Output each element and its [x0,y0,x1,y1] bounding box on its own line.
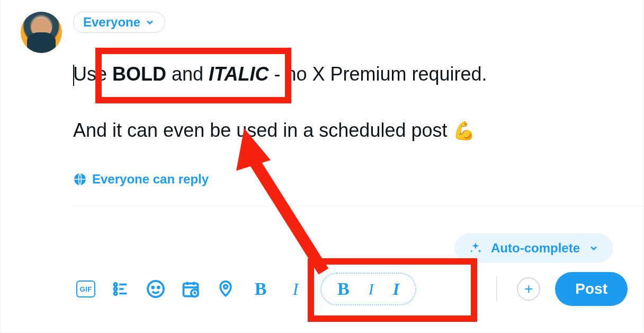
svg-point-9 [158,287,159,288]
divider [73,206,643,206]
text-segment: Use [73,63,112,85]
location-icon [217,280,235,298]
svg-line-16 [247,150,324,271]
globe-icon [73,172,87,186]
compose-line-2: And it can even be used in a scheduled p… [73,117,628,144]
autocomplete-label: Auto-complete [491,241,580,256]
chevron-down-icon [588,243,599,253]
compose-line-1: Use BOLD and ITALIC - no X Premium requi… [73,61,628,87]
svg-point-15 [223,285,227,288]
autocomplete-button[interactable]: Auto-complete [455,233,613,263]
svg-point-5 [114,292,117,295]
text-segment: - no X Premium required. [269,63,487,85]
audience-label: Everyone [83,15,140,30]
annotation-arrow [218,128,334,277]
popup-bold-button[interactable]: B [337,279,350,299]
emoji-icon [146,279,165,299]
schedule-button[interactable] [181,279,201,299]
bold-text: BOLD [112,63,166,85]
user-avatar[interactable] [21,12,62,53]
italic-button[interactable]: I [285,279,306,299]
gif-button[interactable]: GIF [76,279,96,299]
sparkle-icon [469,241,482,255]
bold-button[interactable]: B [251,279,271,299]
vertical-divider [496,277,497,301]
emoji-button[interactable] [146,279,166,299]
svg-point-3 [114,287,117,291]
poll-button[interactable] [111,279,131,299]
location-button[interactable] [216,279,236,299]
italic-icon: I [293,279,299,299]
svg-point-7 [148,281,164,297]
format-popup: B I I [320,273,416,305]
popup-italic-button[interactable]: I [369,280,374,298]
svg-point-1 [114,283,117,286]
compose-textarea[interactable]: Use BOLD and ITALIC - no X Premium requi… [73,61,628,144]
reply-settings-label: Everyone can reply [92,172,209,187]
reply-settings-button[interactable]: Everyone can reply [73,172,209,187]
popup-bold-italic-button[interactable]: I [393,279,399,299]
plus-icon: + [524,281,533,297]
audience-selector[interactable]: Everyone [73,12,165,33]
muscle-emoji: 💪 [453,120,475,141]
svg-point-8 [152,287,154,288]
bold-icon: B [255,279,267,299]
chevron-down-icon [145,17,155,28]
schedule-icon [181,279,200,299]
gif-icon: GIF [76,281,95,297]
add-thread-button[interactable]: + [517,277,540,301]
post-button[interactable]: Post [555,272,628,306]
toolbar: GIF B I B I I + Post [76,272,628,306]
text-segment: And it can even be used in a scheduled p… [73,119,453,141]
italic-text: ITALIC [209,63,269,85]
poll-icon [112,280,130,298]
text-segment: and [166,63,209,85]
